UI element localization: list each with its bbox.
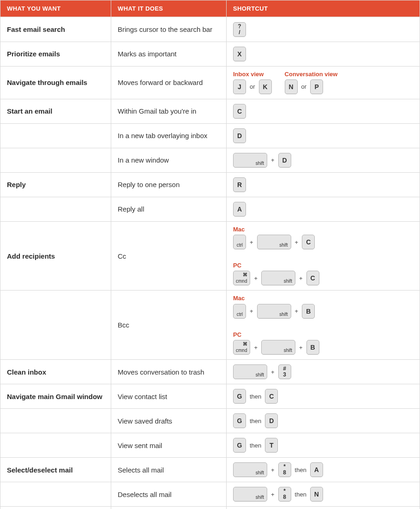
cell-want bbox=[0, 148, 111, 172]
key-star-8: * 8 bbox=[278, 462, 291, 477]
cell-does: Within Gmail tab you're in bbox=[111, 99, 227, 123]
table-row: Navigate through emails Moves forward or… bbox=[0, 66, 420, 99]
label-inbox-view: Inbox view bbox=[233, 71, 272, 78]
col-header-want: WHAT YOU WANT bbox=[0, 0, 111, 17]
cell-does: Moves conversation to trash bbox=[111, 360, 227, 384]
cell-shortcut: Mac ctrl + shift + C PC ⌘ bbox=[227, 221, 420, 291]
key-x: X bbox=[233, 47, 246, 61]
cell-shortcut: ? / bbox=[227, 17, 420, 42]
key-d: D bbox=[233, 128, 246, 143]
key-cmnd: ⌘ cmnd bbox=[233, 271, 250, 285]
col-header-shortcut: SHORTCUT bbox=[227, 0, 420, 17]
cell-want: Start an email bbox=[0, 99, 111, 123]
joiner-plus: + bbox=[253, 275, 258, 282]
cell-shortcut: X bbox=[227, 42, 420, 66]
cell-want: Add a link bbox=[0, 507, 111, 509]
table-row: Start an email Within Gmail tab you're i… bbox=[0, 99, 420, 123]
key-hash-3: # 3 bbox=[278, 364, 291, 379]
table-row: View sent mail G then T bbox=[0, 433, 420, 458]
cell-does: Deselects all mail bbox=[111, 482, 227, 507]
joiner-plus: + bbox=[249, 239, 254, 246]
key-n: N bbox=[310, 487, 323, 502]
joiner-plus: + bbox=[253, 344, 258, 351]
cell-want bbox=[0, 433, 111, 458]
label-pc: PC bbox=[233, 332, 319, 338]
label-mac: Mac bbox=[233, 295, 315, 302]
cell-shortcut: Mac ctrl + shift + B PC ⌘ bbox=[227, 291, 420, 360]
key-g: G bbox=[233, 389, 246, 404]
key-n: N bbox=[285, 79, 298, 94]
key-star-8: * 8 bbox=[278, 487, 291, 502]
cell-shortcut: A bbox=[227, 197, 420, 221]
cell-does: Reply all bbox=[111, 197, 227, 221]
key-shift: shift bbox=[261, 340, 295, 355]
key-c: C bbox=[306, 271, 319, 285]
key-shift: shift bbox=[233, 487, 267, 502]
key-shift: shift bbox=[233, 153, 267, 168]
joiner-then: then bbox=[249, 442, 262, 449]
cell-want: Reply bbox=[0, 172, 111, 197]
group-mac: Mac ctrl + shift + B bbox=[233, 295, 315, 318]
cell-does: Inserts a hyperlink in a message bbox=[111, 507, 227, 509]
group-inbox-view: Inbox view J or K bbox=[233, 71, 272, 94]
cell-does: Reply to one person bbox=[111, 172, 227, 197]
table-row: Select/deselect mail Selects all mail sh… bbox=[0, 458, 420, 482]
joiner-plus: + bbox=[270, 157, 276, 164]
key-shift: shift bbox=[261, 271, 295, 285]
cell-shortcut: D bbox=[227, 123, 420, 148]
cell-shortcut: Inbox view J or K Conversation view N or… bbox=[227, 66, 420, 99]
joiner-plus: + bbox=[270, 369, 276, 376]
table-row: View saved drafts G then D bbox=[0, 409, 420, 433]
table-row: In a new window shift + D bbox=[0, 148, 420, 172]
key-cmnd: ⌘ cmnd bbox=[233, 340, 250, 355]
table-row: Add recipients Cc Mac ctrl + shift + C bbox=[0, 221, 420, 291]
key-r: R bbox=[233, 177, 246, 192]
cell-want: Select/deselect mail bbox=[0, 458, 111, 482]
label-conversation-view: Conversation view bbox=[285, 71, 338, 78]
table-row: Fast email search Brings cursor to the s… bbox=[0, 17, 420, 42]
key-t: T bbox=[265, 438, 278, 453]
cell-shortcut: G then D bbox=[227, 409, 420, 433]
cell-want: Fast email search bbox=[0, 17, 111, 42]
cell-shortcut: shift + D bbox=[227, 148, 420, 172]
key-j: J bbox=[233, 79, 246, 94]
key-d: D bbox=[278, 153, 291, 168]
key-shift: shift bbox=[257, 235, 291, 249]
cell-does: Marks as important bbox=[111, 42, 227, 66]
cell-shortcut: shift + # 3 bbox=[227, 360, 420, 384]
joiner-or: or bbox=[300, 83, 308, 90]
joiner-or: or bbox=[249, 83, 256, 90]
key-g: G bbox=[233, 438, 246, 453]
cell-does: Cc bbox=[111, 221, 227, 291]
cell-does: In a new window bbox=[111, 148, 227, 172]
cell-does: Moves forward or backward bbox=[111, 66, 227, 99]
cell-want bbox=[0, 197, 111, 221]
joiner-then: then bbox=[294, 491, 307, 498]
key-ctrl: ctrl bbox=[233, 235, 246, 249]
joiner-plus: + bbox=[298, 344, 304, 351]
key-shift: shift bbox=[233, 462, 267, 477]
group-conversation-view: Conversation view N or P bbox=[285, 71, 338, 94]
key-b: B bbox=[306, 340, 319, 355]
table-row: Reply Reply to one person R bbox=[0, 172, 420, 197]
cell-does: Bcc bbox=[111, 291, 227, 360]
key-p: P bbox=[310, 79, 323, 94]
table-row: Prioritize emails Marks as important X bbox=[0, 42, 420, 66]
cell-want: Navigate through emails bbox=[0, 66, 111, 99]
table-row: Add a link Inserts a hyperlink in a mess… bbox=[0, 507, 420, 509]
key-question-slash: ? / bbox=[233, 22, 246, 37]
joiner-plus: + bbox=[270, 467, 276, 473]
cell-does: View sent mail bbox=[111, 433, 227, 458]
cell-want: Navigate main Gmail window bbox=[0, 384, 111, 409]
label-pc: PC bbox=[233, 262, 319, 269]
shortcuts-table: WHAT YOU WANT WHAT IT DOES SHORTCUT Fast… bbox=[0, 0, 420, 509]
cell-want bbox=[0, 123, 111, 148]
group-mac: Mac ctrl + shift + C bbox=[233, 226, 315, 249]
group-pc: PC ⌘ cmnd + shift + C bbox=[233, 262, 319, 285]
joiner-plus: + bbox=[294, 308, 300, 315]
cell-does: View contact list bbox=[111, 384, 227, 409]
cell-want bbox=[0, 482, 111, 507]
table-row: Reply all A bbox=[0, 197, 420, 221]
cell-shortcut: C bbox=[227, 99, 420, 123]
cell-does: Brings cursor to the search bar bbox=[111, 17, 227, 42]
